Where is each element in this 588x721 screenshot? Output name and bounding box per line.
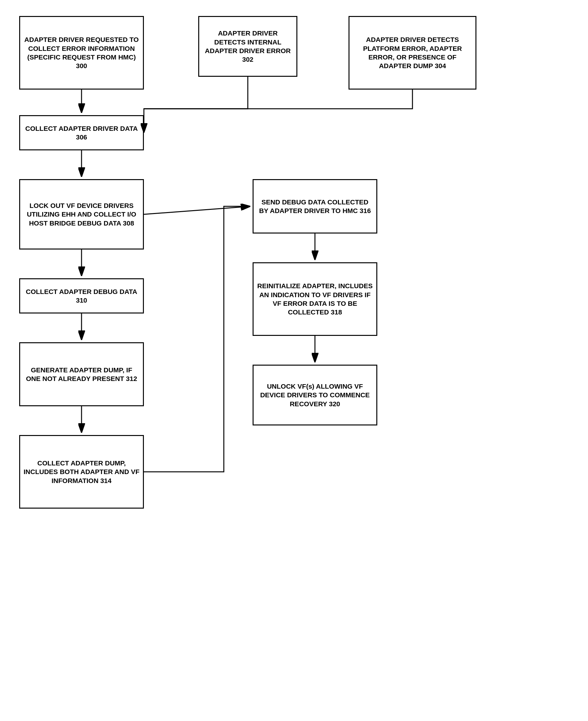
box-302: ADAPTER DRIVER DETECTS INTERNAL ADAPTER … xyxy=(198,16,297,77)
box-304: ADAPTER DRIVER DETECTS PLATFORM ERROR, A… xyxy=(349,16,477,89)
svg-line-4 xyxy=(144,206,250,214)
box-318: REINITIALIZE ADAPTER, INCLUDES AN INDICA… xyxy=(253,262,377,336)
box-308: LOCK OUT VF DEVICE DRIVERS UTILIZING EHH… xyxy=(19,179,144,249)
box-306: COLLECT ADAPTER DRIVER DATA 306 xyxy=(19,115,144,150)
box-314: COLLECT ADAPTER DUMP, INCLUDES BOTH ADAP… xyxy=(19,435,144,509)
box-300: ADAPTER DRIVER REQUESTED TO COLLECT ERRO… xyxy=(19,16,144,89)
box-320: UNLOCK VF(s) ALLOWING VF DEVICE DRIVERS … xyxy=(253,365,377,426)
box-316: SEND DEBUG DATA COLLECTED BY ADAPTER DRI… xyxy=(253,179,377,233)
box-312: GENERATE ADAPTER DUMP, IF ONE NOT ALREAD… xyxy=(19,342,144,406)
diagram-container: ADAPTER DRIVER REQUESTED TO COLLECT ERRO… xyxy=(0,0,588,721)
box-310: COLLECT ADAPTER DEBUG DATA 310 xyxy=(19,278,144,313)
